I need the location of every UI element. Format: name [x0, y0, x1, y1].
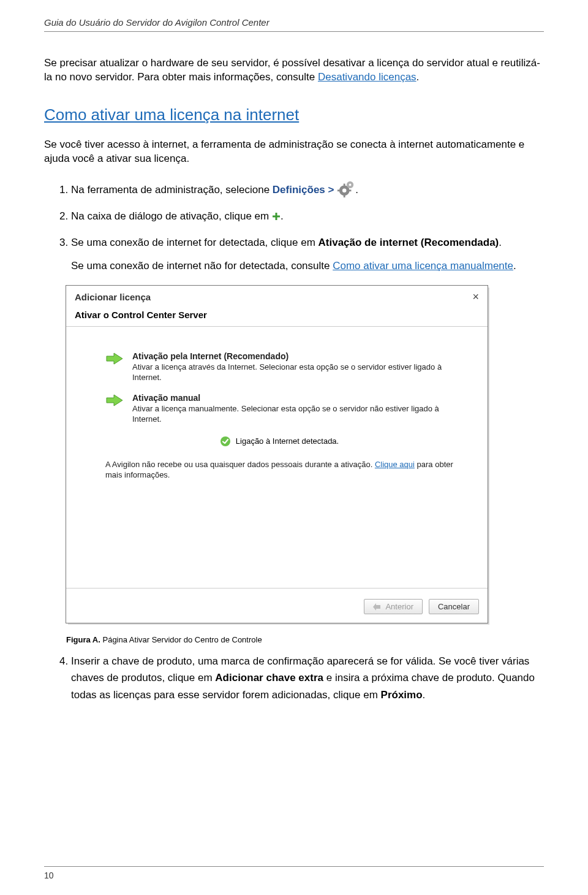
link-ativar-manualmente[interactable]: Como ativar uma licença manualmente — [333, 260, 513, 272]
option-manual[interactable]: Ativação manual Ativar a licença manualm… — [105, 393, 453, 425]
plus-icon — [272, 209, 281, 218]
arrow-right-icon — [105, 393, 124, 408]
link-privacy[interactable]: Clique aqui — [375, 460, 415, 469]
arrow-left-icon — [373, 603, 382, 611]
step-4-bold-1: Adicionar chave extra — [215, 672, 323, 684]
link-desativando-licencas[interactable]: Desativando licenças — [318, 71, 417, 83]
connection-status: Ligação à Internet detectada. — [105, 436, 453, 447]
intro-text-b: . — [417, 71, 420, 83]
svg-rect-3 — [344, 194, 345, 197]
intro-paragraph: Se precisar atualizar o hardware de seu … — [44, 56, 544, 85]
option-internet-title: Ativação pela Internet (Recomendado) — [132, 351, 453, 361]
step-1: Na ferramenta de administração, selecion… — [71, 180, 544, 198]
steps-list: Na ferramenta de administração, selecion… — [44, 180, 544, 274]
option-manual-title: Ativação manual — [132, 393, 453, 403]
figure-label: Figura A. — [66, 635, 100, 644]
button-anterior-label: Anterior — [385, 602, 413, 611]
step-3-note: Se uma conexão de internet não for detec… — [71, 259, 544, 273]
steps-list-cont: Inserir a chave de produto, uma marca de… — [44, 653, 544, 703]
svg-point-1 — [342, 188, 347, 192]
step-3-text-a: Se uma conexão de internet for detectada… — [71, 237, 318, 248]
check-icon — [220, 436, 231, 447]
arrow-right-icon — [105, 351, 124, 366]
step-3-bold: Ativação de internet (Recomendada) — [318, 237, 499, 248]
option-internet-desc: Ativar a licença através da Internet. Se… — [132, 362, 453, 383]
step-2: Na caixa de diálogo de ativação, clique … — [71, 208, 544, 224]
page: Guia do Usuário do Servidor do Avigilon … — [0, 0, 588, 895]
button-cancelar-label: Cancelar — [438, 602, 470, 611]
close-icon[interactable]: × — [472, 291, 479, 303]
button-anterior[interactable]: Anterior — [364, 599, 423, 614]
section-heading: Como ativar uma licença na internet — [44, 105, 544, 124]
dialog-subtitle: Ativar o Control Center Server — [66, 307, 488, 327]
document-header: Guia do Usuário do Servidor do Avigilon … — [44, 17, 544, 32]
dialog-title-text: Adicionar licença — [75, 292, 151, 302]
connection-status-text: Ligação à Internet detectada. — [236, 436, 339, 446]
svg-rect-9 — [273, 215, 280, 217]
privacy-text-a: A Avigilon não recebe ou usa quaisquer d… — [105, 460, 375, 469]
step-2-text-a: Na caixa de diálogo de ativação, clique … — [71, 210, 272, 222]
dialog-adicionar-licenca: Adicionar licença × Ativar o Control Cen… — [66, 286, 488, 623]
option-manual-desc: Ativar a licença manualmente. Selecionar… — [132, 404, 453, 425]
step-1-definicoes: Definições > — [273, 184, 334, 196]
svg-rect-5 — [349, 189, 352, 191]
svg-point-7 — [349, 183, 352, 186]
figure-caption: Figura A. Página Ativar Servidor do Cent… — [66, 635, 544, 644]
svg-rect-4 — [337, 189, 341, 191]
step-2-text-b: . — [281, 210, 284, 222]
section-lead: Se você tiver acesso à internet, a ferra… — [44, 138, 544, 166]
option-internet[interactable]: Ativação pela Internet (Recomendado) Ati… — [105, 351, 453, 383]
dialog-button-row: Anterior Cancelar — [364, 599, 479, 614]
gear-icon — [337, 180, 355, 198]
step-4-text-c: . — [423, 689, 426, 701]
dialog-separator — [66, 588, 488, 588]
step-3-note-a: Se uma conexão de internet não for detec… — [71, 260, 333, 272]
step-1-text-b: . — [355, 184, 358, 196]
figure-caption-text: Página Ativar Servidor do Centro de Cont… — [102, 635, 262, 644]
step-3: Se uma conexão de internet for detectada… — [71, 234, 544, 273]
dialog-panel: Ativação pela Internet (Recomendado) Ati… — [66, 327, 488, 487]
svg-point-10 — [221, 436, 230, 446]
step-3-text-b: . — [499, 237, 502, 248]
privacy-note: A Avigilon não recebe ou usa quaisquer d… — [105, 459, 453, 481]
option-manual-text: Ativação manual Ativar a licença manualm… — [132, 393, 453, 425]
dialog-titlebar: Adicionar licença × — [66, 286, 488, 307]
step-4: Inserir a chave de produto, uma marca de… — [71, 653, 544, 703]
page-number: 10 — [44, 870, 54, 880]
step-4-bold-2: Próximo — [381, 689, 423, 701]
svg-rect-2 — [344, 183, 345, 186]
page-footer: 10 — [44, 866, 544, 880]
option-internet-text: Ativação pela Internet (Recomendado) Ati… — [132, 351, 453, 383]
intro-text-a: Se precisar atualizar o hardware de seu … — [44, 57, 540, 83]
step-1-text-a: Na ferramenta de administração, selecion… — [71, 184, 273, 196]
step-3-note-b: . — [513, 260, 516, 272]
button-cancelar[interactable]: Cancelar — [429, 599, 479, 614]
